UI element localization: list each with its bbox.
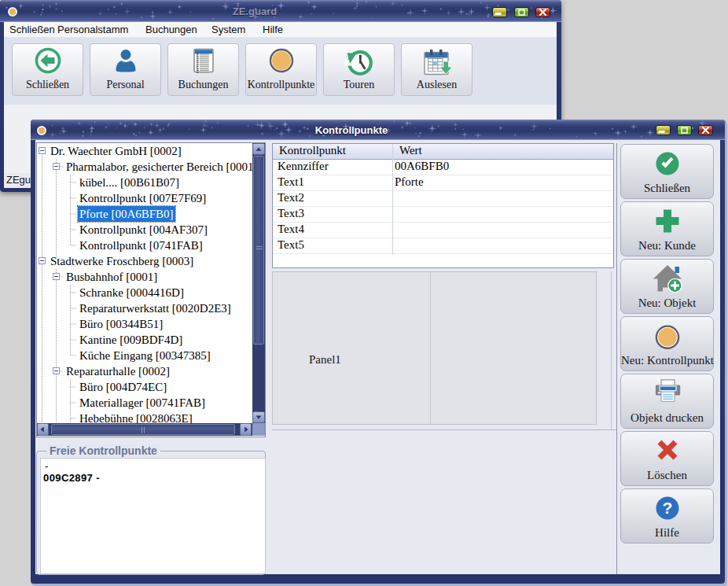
svg-text:?: ? (662, 499, 672, 517)
